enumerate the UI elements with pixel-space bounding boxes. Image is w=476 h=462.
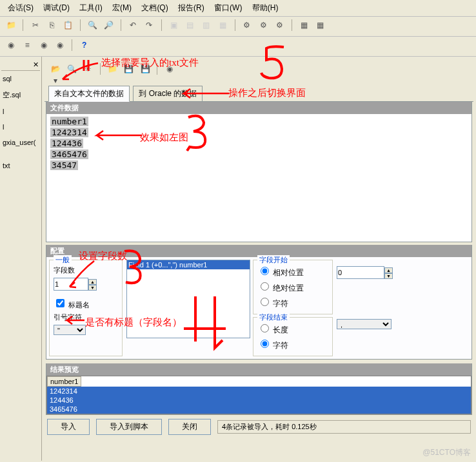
tab-to-oracle[interactable]: 到 Oracle 的数据 bbox=[133, 86, 203, 101]
title-label: 标题名 bbox=[68, 301, 90, 309]
menu-session[interactable]: 会话(S) bbox=[4, 1, 37, 15]
menu-window[interactable]: 窗口(W) bbox=[210, 1, 246, 15]
bottom-bar: 导入 导入到脚本 关闭 4条记录被导入，耗时 0.125秒 bbox=[45, 416, 473, 438]
sidebar-item[interactable]: gxia_user( bbox=[1, 135, 40, 150]
grid-row[interactable]: 124436 bbox=[47, 396, 471, 405]
char2-radio[interactable] bbox=[261, 340, 269, 348]
paste-icon[interactable]: 📋 bbox=[62, 19, 74, 31]
menu-debug[interactable]: 调试(D) bbox=[39, 1, 74, 15]
status-text: 4条记录被导入，耗时 0.125秒 bbox=[217, 420, 471, 434]
file-line: 34547 bbox=[50, 160, 78, 170]
tool-icon[interactable]: ▣ bbox=[168, 19, 179, 31]
file-data-header: 文件数据 bbox=[46, 102, 471, 114]
char2-label: 字符 bbox=[273, 341, 288, 350]
spin-down[interactable]: ▼ bbox=[384, 273, 393, 279]
sidebar-item[interactable]: txt bbox=[1, 158, 40, 173]
import-toolbar: 📂▾ 🔍 ☀ 📁 💾 💾 ◉ bbox=[45, 59, 473, 82]
quote-char-select[interactable]: " bbox=[54, 325, 86, 335]
replace-icon[interactable]: 🔎 bbox=[103, 19, 114, 31]
length-label: 长度 bbox=[273, 325, 288, 334]
copy-icon[interactable]: ⎘ bbox=[46, 19, 57, 31]
file-line: number1 bbox=[50, 117, 88, 126]
redo-icon[interactable]: ↷ bbox=[143, 19, 155, 31]
field-listbox[interactable]: Field 1 (+0...",") number1 bbox=[126, 260, 250, 338]
title-checkbox[interactable] bbox=[56, 299, 64, 307]
field-count-input[interactable] bbox=[54, 278, 88, 291]
sidebar-item[interactable]: l bbox=[1, 104, 40, 119]
sidebar-item[interactable]: l bbox=[1, 119, 40, 135]
close-icon[interactable]: ✕ bbox=[33, 61, 39, 68]
menu-macro[interactable]: 宏(M) bbox=[108, 1, 135, 15]
grid-col-header[interactable]: number1 bbox=[47, 376, 81, 387]
help-icon[interactable]: ? bbox=[79, 39, 90, 51]
db-icon[interactable]: ◉ bbox=[5, 39, 17, 51]
tool-icon[interactable]: ▦ bbox=[217, 19, 228, 31]
close-button[interactable]: 关闭 bbox=[168, 419, 211, 435]
open-file-icon[interactable]: 📂▾ bbox=[50, 63, 61, 75]
tool-icon[interactable]: ▦ bbox=[315, 19, 326, 31]
value-group: ▲▼ , bbox=[337, 260, 427, 356]
db-icon[interactable]: ◉ bbox=[164, 63, 175, 75]
result-grid[interactable]: number1 1242314 124436 3465476 bbox=[46, 376, 471, 414]
menu-tools[interactable]: 工具(I) bbox=[75, 1, 106, 15]
tool-icon[interactable]: ⚙ bbox=[274, 19, 286, 31]
watermark: @51CTO博客 bbox=[422, 447, 471, 458]
tool-icon[interactable]: ⚙ bbox=[241, 19, 253, 31]
sidebar-item[interactable] bbox=[1, 150, 40, 158]
file-line: 3465476 bbox=[50, 149, 88, 159]
import-button[interactable]: 导入 bbox=[47, 419, 90, 435]
quote-char-label: 引号字符 bbox=[54, 313, 118, 322]
general-group: 一般 字段数 ▲▼ 标题名 引号字符 " bbox=[49, 260, 123, 356]
field-start-legend: 字段开始 bbox=[257, 255, 290, 265]
tool-icon[interactable]: ▥ bbox=[201, 19, 212, 31]
length-radio[interactable] bbox=[261, 324, 269, 332]
undo-icon[interactable]: ↶ bbox=[127, 19, 139, 31]
spin-up[interactable]: ▲ bbox=[88, 279, 97, 285]
menu-bar: 会话(S) 调试(D) 工具(I) 宏(M) 文档(Q) 报告(R) 窗口(W)… bbox=[0, 0, 476, 17]
main-toolbar: 📁 ✂ ⎘ 📋 🔍 🔎 ↶ ↷ ▣ ▤ ▥ ▦ ⚙ ⚙ ⚙ ▦ ▦ bbox=[0, 17, 476, 37]
grid-row[interactable]: 3465476 bbox=[47, 405, 471, 414]
find-icon[interactable]: 🔍 bbox=[86, 19, 98, 31]
view-icon[interactable]: 🔍 bbox=[66, 63, 77, 75]
open-icon[interactable]: 📁 bbox=[5, 19, 17, 31]
spin-up[interactable]: ▲ bbox=[384, 267, 393, 273]
light-icon[interactable]: ☀ bbox=[83, 63, 94, 75]
tool-icon[interactable]: ▤ bbox=[184, 19, 195, 31]
tab-bar: 来自文本文件的数据 到 Oracle 的数据 bbox=[45, 85, 473, 102]
tool-icon[interactable]: ▦ bbox=[298, 19, 310, 31]
file-line: 1242314 bbox=[50, 128, 88, 137]
char-label: 字符 bbox=[273, 299, 288, 308]
file-data-view[interactable]: number1 1242314 124436 3465476 34547 bbox=[46, 114, 471, 242]
cut-icon[interactable]: ✂ bbox=[30, 19, 41, 31]
field-end-group: 字段结束 长度 字符 bbox=[253, 317, 333, 356]
start-value-input[interactable] bbox=[337, 266, 384, 279]
char-radio[interactable] bbox=[261, 298, 269, 306]
import-script-button[interactable]: 导入到脚本 bbox=[96, 419, 162, 435]
field-count-label: 字段数 bbox=[54, 265, 118, 275]
file-line: 124436 bbox=[50, 139, 83, 148]
sidebar-item[interactable]: 空.sql bbox=[1, 86, 40, 104]
grid-row[interactable]: 1242314 bbox=[47, 387, 471, 396]
db3-icon[interactable]: ◉ bbox=[54, 39, 66, 51]
sidebar: ✕ sql 空.sql l l gxia_user( txt bbox=[0, 57, 42, 461]
field-list-group: Field 1 (+0...",") number1 bbox=[126, 260, 249, 356]
relpos-radio[interactable] bbox=[261, 267, 269, 275]
general-legend: 一般 bbox=[54, 255, 72, 265]
menu-report[interactable]: 报告(R) bbox=[174, 1, 208, 15]
folder-icon[interactable]: 📁 bbox=[106, 63, 118, 75]
relpos-label: 相对位置 bbox=[273, 268, 304, 277]
tab-from-text[interactable]: 来自文本文件的数据 bbox=[48, 86, 130, 102]
save-icon[interactable]: 💾 bbox=[123, 63, 135, 75]
field-list-item[interactable]: Field 1 (+0...",") number1 bbox=[127, 260, 250, 269]
sql-icon[interactable]: ≡ bbox=[21, 39, 33, 51]
saveas-icon[interactable]: 💾 bbox=[139, 63, 151, 75]
tool-icon[interactable]: ⚙ bbox=[257, 19, 269, 31]
abspos-radio[interactable] bbox=[261, 282, 269, 291]
abspos-label: 绝对位置 bbox=[273, 284, 304, 293]
end-char-select[interactable]: , bbox=[337, 319, 392, 329]
sidebar-item[interactable]: sql bbox=[1, 71, 40, 86]
spin-down[interactable]: ▼ bbox=[88, 285, 97, 291]
menu-docs[interactable]: 文档(Q) bbox=[137, 1, 172, 15]
db2-icon[interactable]: ◉ bbox=[38, 39, 50, 51]
menu-help[interactable]: 帮助(H) bbox=[248, 1, 283, 15]
